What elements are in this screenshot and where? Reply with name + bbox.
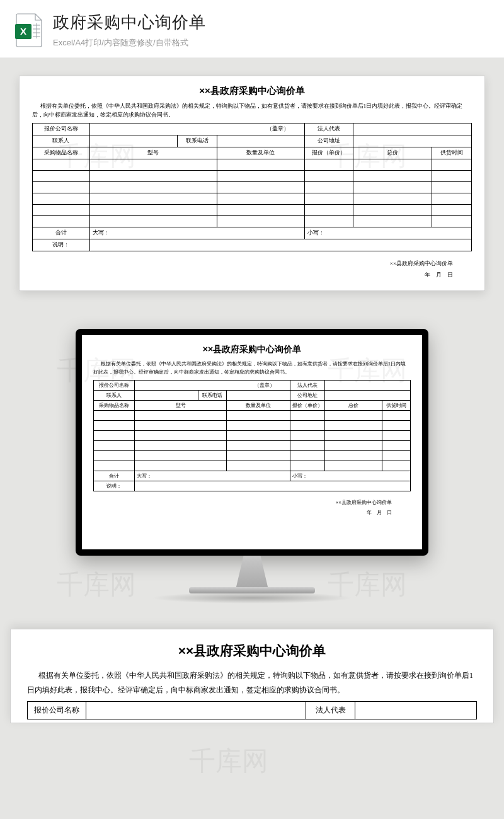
inquiry-form-table: 报价公司名称 （盖章） 法人代表 联系人 联系电话 公司地址 采 — [93, 380, 411, 491]
field-address — [353, 135, 471, 147]
col-total: 总价 — [325, 401, 382, 411]
col-qty: 数量及单位 — [227, 401, 290, 411]
label-phone: 联系电话 — [198, 391, 226, 401]
label-address: 公司地址 — [290, 391, 324, 401]
table-row — [33, 171, 472, 182]
field-upper: 大写： — [89, 227, 304, 239]
table-row — [94, 421, 411, 431]
field-legal — [325, 381, 411, 391]
field-note — [135, 481, 411, 491]
table-row — [94, 441, 411, 451]
label-sum: 合计 — [33, 227, 90, 239]
label-contact: 联系人 — [94, 391, 135, 401]
page-title: 政府采购中心询价单 — [53, 11, 206, 33]
col-price: 报价（单价） — [305, 147, 353, 159]
table-row — [33, 205, 472, 216]
table-row — [33, 182, 472, 193]
col-delivery: 供货时间 — [382, 401, 410, 411]
label-company: 报价公司名称 — [28, 701, 86, 719]
field-phone — [217, 135, 304, 147]
excel-file-icon: X — [14, 13, 44, 48]
label-contact: 联系人 — [33, 135, 90, 147]
table-row — [33, 216, 472, 227]
col-item: 采购物品名称 — [33, 147, 90, 159]
label-note: 说明： — [94, 481, 135, 491]
doc-description: 根据有关单位委托，依照《中华人民共和国政府采购法》的相关规定，特询购以下物品，如… — [93, 360, 411, 376]
document-preview-cropped: ××县政府采购中心询价单 根据有关单位委托，依照《中华人民共和国政府采购法》的相… — [10, 629, 494, 723]
table-row — [94, 431, 411, 441]
col-item: 采购物品名称 — [94, 401, 135, 411]
watermark: 千库网 — [189, 743, 268, 779]
field-lower: 小写： — [305, 227, 472, 239]
monitor-shadow — [151, 592, 353, 604]
doc-description: 根据有关单位委托，依照《中华人民共和国政府采购法》的相关规定，特询购以下物品，如… — [32, 102, 472, 119]
field-legal — [353, 123, 471, 135]
field-phone — [227, 391, 290, 401]
doc-footer-1: ××县政府采购中心询价单 — [93, 498, 392, 508]
label-legal: 法人代表 — [290, 381, 324, 391]
table-row — [33, 193, 472, 205]
col-delivery: 供货时间 — [432, 147, 472, 159]
label-company: 报价公司名称 — [33, 123, 90, 135]
field-address — [325, 391, 411, 401]
label-legal: 法人代表 — [305, 123, 353, 135]
seal-cell — [86, 701, 306, 719]
doc-description: 根据有关单位委托，依照《中华人民共和国政府采购法》的相关规定，特询购以下物品，如… — [27, 668, 477, 697]
doc-footer-date: 年 月 日 — [93, 508, 392, 518]
inquiry-form-table: 报价公司名称 （盖章） 法人代表 联系人 联系电话 公司地址 采购物品名称 型号… — [32, 123, 472, 251]
document-preview-flat: ××县政府采购中心询价单 根据有关单位委托，依照《中华人民共和国政府采购法》的相… — [0, 58, 504, 310]
label-legal: 法人代表 — [306, 701, 355, 719]
svg-text:X: X — [20, 26, 26, 37]
monitor-mockup: ××县政府采购中心询价单 根据有关单位委托，依照《中华人民共和国政府采购法》的相… — [0, 310, 504, 629]
seal-cell: （盖章） — [89, 123, 304, 135]
label-note: 说明： — [33, 239, 90, 251]
field-upper: 大写： — [135, 471, 290, 481]
doc-footer-1: ××县政府采购中心询价单 — [32, 258, 453, 269]
field-note — [89, 239, 471, 251]
page-header: X 政府采购中心询价单 Excel/A4打印/内容随意修改/自带格式 — [0, 0, 504, 58]
seal-cell: （盖章） — [135, 381, 290, 391]
doc-title: ××县政府采购中心询价单 — [93, 344, 411, 355]
col-model: 型号 — [135, 401, 227, 411]
label-phone: 联系电话 — [177, 135, 217, 147]
doc-footer-date: 年 月 日 — [32, 269, 453, 280]
col-qty: 数量及单位 — [217, 147, 304, 159]
inquiry-form-table: 报价公司名称 法人代表 — [27, 701, 477, 719]
doc-title: ××县政府采购中心询价单 — [27, 642, 477, 660]
label-company: 报价公司名称 — [94, 381, 135, 391]
field-contact — [135, 391, 198, 401]
page-subtitle: Excel/A4打印/内容随意修改/自带格式 — [53, 37, 206, 49]
col-total: 总价 — [353, 147, 432, 159]
table-row — [94, 411, 411, 421]
monitor-stand — [224, 556, 280, 587]
col-price: 报价（单价） — [290, 401, 324, 411]
field-lower: 小写： — [290, 471, 410, 481]
label-sum: 合计 — [94, 471, 135, 481]
doc-title: ××县政府采购中心询价单 — [32, 85, 472, 97]
table-row — [33, 159, 472, 171]
table-row — [94, 451, 411, 461]
field-legal — [355, 701, 477, 719]
table-row — [94, 461, 411, 471]
field-contact — [89, 135, 177, 147]
label-address: 公司地址 — [305, 135, 353, 147]
col-model: 型号 — [89, 147, 217, 159]
